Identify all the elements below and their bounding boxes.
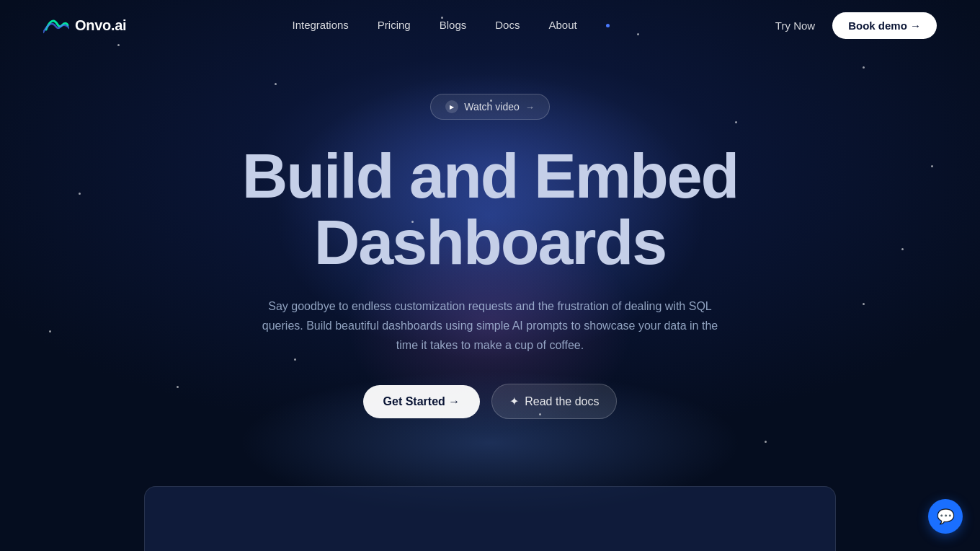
nav-link-integrations[interactable]: Integrations <box>292 19 348 31</box>
hero-buttons: Get Started → ✦ Read the docs <box>363 384 618 419</box>
nav-actions: Try Now Book demo → <box>775 12 937 39</box>
nav-link-blogs[interactable]: Blogs <box>440 19 467 31</box>
hero-title-line2: Dashboards <box>314 206 667 278</box>
sparkle-icon: ✦ <box>509 394 519 408</box>
nav-item-pricing[interactable]: Pricing <box>378 19 411 32</box>
try-now-button[interactable]: Try Now <box>775 19 815 32</box>
nav-item-integrations[interactable]: Integrations <box>292 19 348 32</box>
logo-text: Onvo.ai <box>75 17 126 34</box>
hero-title: Build and Embed Dashboards <box>242 143 739 276</box>
play-icon: ▶ <box>445 100 458 113</box>
nav-item-about[interactable]: About <box>548 19 576 32</box>
read-docs-button[interactable]: ✦ Read the docs <box>491 384 617 419</box>
read-docs-label: Read the docs <box>525 395 599 408</box>
navbar: Onvo.ai Integrations Pricing Blogs Docs … <box>0 0 980 50</box>
watch-video-button[interactable]: ▶ Watch video → <box>430 94 550 120</box>
nav-link-docs[interactable]: Docs <box>495 19 520 31</box>
watch-video-label: Watch video <box>464 101 520 113</box>
chat-icon: 💬 <box>937 508 955 525</box>
nav-item-blogs[interactable]: Blogs <box>440 19 467 32</box>
nav-dot-indicator <box>606 24 610 27</box>
hero-section: ▶ Watch video → Build and Embed Dashboar… <box>0 50 980 419</box>
arrow-icon: → <box>525 102 535 113</box>
get-started-button[interactable]: Get Started → <box>363 385 481 418</box>
get-started-label: Get Started → <box>383 395 460 408</box>
logo-link[interactable]: Onvo.ai <box>43 15 126 35</box>
logo-icon <box>43 15 69 35</box>
nav-links: Integrations Pricing Blogs Docs About <box>292 19 609 32</box>
nav-item-docs[interactable]: Docs <box>495 19 520 32</box>
book-demo-button[interactable]: Book demo → <box>832 12 937 39</box>
nav-link-about[interactable]: About <box>548 19 576 31</box>
bottom-preview-card <box>144 486 836 551</box>
chat-widget-button[interactable]: 💬 <box>928 499 963 534</box>
hero-title-line1: Build and Embed <box>242 140 739 211</box>
hero-description: Say goodbye to endless customization req… <box>259 296 721 356</box>
nav-link-pricing[interactable]: Pricing <box>378 19 411 31</box>
